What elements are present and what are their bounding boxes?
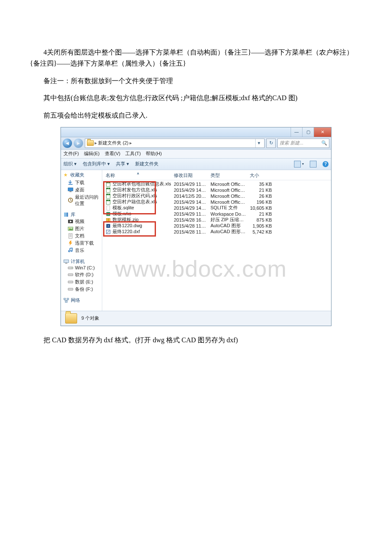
include-button[interactable]: 包含到库中 ▾: [83, 161, 110, 167]
nav-back-button[interactable]: ◄: [63, 139, 72, 148]
column-header-name[interactable]: ▲ 名称: [104, 172, 172, 179]
sidebar-item-desktop[interactable]: 桌面: [63, 186, 102, 194]
view-mode-button[interactable]: ▾: [294, 161, 304, 168]
close-button[interactable]: ✕: [314, 127, 331, 137]
sidebar-item-music[interactable]: 音乐: [63, 247, 102, 254]
paragraph: 4关闭所有图层选中整个图——选择下方菜单栏（自动构面）{备注三}——选择下方菜单…: [30, 47, 362, 69]
table-row[interactable]: 数据模板.zip2015/4/28 16:42好压 ZIP 压缩文件875 KB: [104, 217, 331, 223]
desktop-icon: [68, 187, 73, 193]
breadcrumb-dropdown-icon[interactable]: ▾: [255, 139, 262, 147]
table-row[interactable]: X空田村行政区代码.xls2014/12/5 20:57Microsoft Of…: [104, 193, 331, 199]
sidebar-item-downloads[interactable]: 下载: [63, 179, 102, 186]
sidebar-item-label: Win7 (C:): [75, 265, 95, 270]
file-size: 21 KB: [248, 211, 274, 217]
file-date: 2015/4/29 14:42: [172, 188, 209, 193]
svg-text:X: X: [108, 194, 109, 195]
sidebar-item-label: 备份 (F:): [75, 286, 93, 292]
preview-pane-icon: [310, 161, 317, 168]
column-headers: ▲ 名称 修改日期 类型 大小: [102, 171, 331, 180]
svg-rect-22: [68, 281, 73, 283]
sidebar-item-label: 图片: [75, 225, 84, 232]
file-date: 2015/4/29 11:52: [172, 182, 209, 187]
refresh-button[interactable]: ↻: [266, 139, 276, 148]
sidebar-item-thunder[interactable]: 迅雷下载: [63, 240, 102, 247]
file-icon: X: [106, 194, 111, 199]
column-header-size[interactable]: 大小: [248, 172, 274, 179]
file-name: 模板.wks: [112, 211, 131, 217]
sidebar-item-label: 文档: [75, 233, 84, 239]
sidebar-item-pictures[interactable]: 图片: [63, 225, 102, 232]
file-type: Microsoft Office...: [209, 188, 248, 193]
drive-icon: [68, 279, 73, 285]
sidebar-label: 计算机: [71, 258, 85, 265]
svg-rect-1: [68, 188, 73, 191]
table-row[interactable]: X空田村发包方信息.xls2015/4/29 14:42Microsoft Of…: [104, 187, 331, 193]
file-rows: X空田村承包地台账信息表.xls2015/4/29 11:52Microsoft…: [102, 180, 331, 235]
newfolder-button[interactable]: 新建文件夹: [135, 161, 159, 167]
recent-icon: [68, 197, 73, 203]
menu-edit[interactable]: 编辑(E): [84, 150, 100, 157]
breadcrumb-folder[interactable]: 新建文件夹 (2): [98, 140, 129, 146]
file-size: 35 KB: [248, 182, 274, 187]
menu-tools[interactable]: 工具(T): [125, 150, 141, 157]
sidebar-item-label: 视频: [75, 218, 84, 225]
svg-rect-39: [107, 206, 110, 211]
file-icon: X: [106, 199, 111, 205]
menu-file[interactable]: 文件(F): [63, 150, 79, 157]
file-date: 2014/12/5 20:57: [172, 194, 209, 199]
share-button[interactable]: 共享 ▾: [116, 161, 129, 167]
table-row[interactable]: 模板.sqlite2015/4/29 14:57SQLITE 文件10,605 …: [104, 205, 331, 211]
table-row[interactable]: W模板.wks2015/4/29 11:33Workspace Doc...21…: [104, 211, 331, 217]
minimize-button[interactable]: —: [291, 127, 302, 137]
sidebar-network-header[interactable]: 网络: [63, 297, 102, 304]
svg-rect-6: [67, 213, 68, 217]
sidebar-item-drive-f[interactable]: 备份 (F:): [63, 286, 102, 293]
sidebar-item-drive-c[interactable]: Win7 (C:): [63, 265, 102, 271]
sidebar-favorites-header[interactable]: ★ 收藏夹: [63, 172, 102, 178]
paragraph: 把 CAD 数据另存为 dxf 格式。(打开 dwg 格式 CAD 图另存为 d…: [30, 335, 362, 346]
table-row[interactable]: 最终1220.dxf2015/4/28 11:23AutoCAD 图形交换5,7…: [104, 229, 331, 235]
nav-forward-button[interactable]: ►: [74, 139, 83, 148]
file-size: 26 KB: [248, 194, 274, 199]
sidebar-item-documents[interactable]: 文档: [63, 232, 102, 240]
sidebar-item-video[interactable]: 视频: [63, 218, 102, 225]
preview-pane-button[interactable]: [310, 161, 317, 168]
sidebar-item-recent[interactable]: 最近访问的位置: [63, 194, 102, 207]
svg-rect-26: [65, 301, 67, 302]
maximize-button[interactable]: ▢: [302, 127, 314, 137]
menu-help[interactable]: 帮助(H): [146, 150, 161, 157]
drive-icon: [68, 265, 73, 271]
file-icon: [106, 217, 111, 223]
file-name: 空田村发包方信息.xls: [112, 187, 157, 193]
organize-button[interactable]: 组织 ▾: [63, 161, 77, 167]
svg-text:X: X: [108, 182, 109, 183]
nav-sidebar: ★ 收藏夹 下载 桌面 最近访问的位置: [61, 170, 102, 311]
column-header-type[interactable]: 类型: [209, 172, 248, 179]
search-input[interactable]: 搜索 新建... 🔍: [277, 139, 329, 148]
table-row[interactable]: A最终1220.dwg2015/4/28 11:22AutoCAD 图形1,90…: [104, 223, 331, 229]
file-list: ▲ 名称 修改日期 类型 大小 X空田村承包地台账信息表.xls2015/4/2…: [102, 170, 331, 311]
sidebar-label: 库: [71, 211, 75, 218]
address-bar: ◄ ► ▸ 新建文件夹 (2) ▸ ▾ ↻ 搜索 新建... 🔍: [61, 137, 331, 150]
breadcrumb[interactable]: ▸ 新建文件夹 (2) ▸ ▾: [85, 139, 265, 148]
column-header-date[interactable]: 修改日期: [172, 172, 209, 179]
svg-point-20: [72, 268, 72, 269]
file-size: 5,742 KB: [248, 229, 274, 234]
file-size: 10,605 KB: [248, 205, 274, 211]
svg-rect-25: [67, 298, 69, 300]
sidebar-library-header[interactable]: 库: [63, 211, 102, 218]
file-date: 2015/4/28 11:22: [172, 223, 209, 228]
svg-text:A: A: [107, 225, 109, 227]
menu-view[interactable]: 查看(V): [105, 150, 121, 157]
sidebar-item-drive-e[interactable]: 数据 (E:): [63, 278, 102, 286]
table-row[interactable]: X空田村户籍信息表.xls2015/4/29 14:43Microsoft Of…: [104, 199, 331, 205]
table-row[interactable]: X空田村承包地台账信息表.xls2015/4/29 11:52Microsoft…: [104, 181, 331, 187]
file-name: 最终1220.dwg: [112, 223, 142, 229]
sidebar-item-drive-d[interactable]: 软件 (D:): [63, 271, 102, 278]
download-icon: [68, 180, 73, 185]
sidebar-computer-header[interactable]: 计算机: [63, 258, 102, 265]
file-name: 模板.sqlite: [112, 205, 134, 211]
help-button[interactable]: ?: [323, 161, 329, 167]
explorer-window: — ▢ ✕ ◄ ► ▸ 新建文件夹 (2) ▸ ▾ ↻ 搜索 新建... 🔍: [61, 127, 331, 326]
file-type: Microsoft Office...: [209, 199, 248, 205]
